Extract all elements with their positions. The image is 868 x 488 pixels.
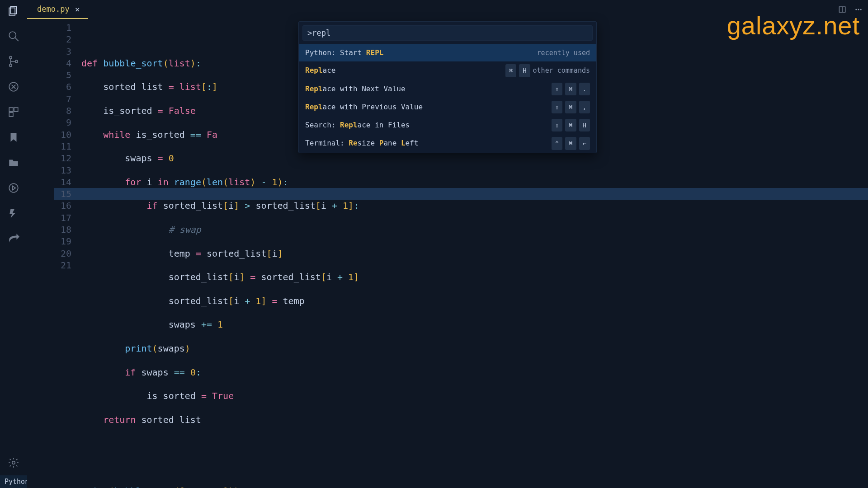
editor-area: demo.py × 123456789101112131415161718192…	[27, 0, 868, 475]
palette-row[interactable]: Python: Start REPLrecently used	[299, 44, 596, 61]
git-icon[interactable]	[7, 55, 20, 68]
project-icon[interactable]	[7, 182, 20, 194]
svg-marker-12	[13, 186, 16, 190]
tab-label: demo.py	[37, 5, 70, 14]
line-gutter: 123456789101112131415161718192021	[27, 19, 81, 488]
settings-icon[interactable]	[7, 456, 20, 469]
svg-rect-10	[9, 113, 13, 117]
palette-row[interactable]: Search: Replace in Files⇧⌘H	[299, 116, 596, 134]
palette-row[interactable]: Replace⌘Hother commands	[299, 61, 596, 80]
svg-point-16	[855, 9, 857, 10]
svg-point-5	[9, 64, 12, 66]
folder-icon[interactable]	[7, 156, 20, 169]
debug-icon[interactable]	[7, 80, 20, 93]
share-icon[interactable]	[7, 232, 20, 245]
svg-point-2	[9, 32, 16, 38]
palette-row[interactable]: Replace with Next Value⇧⌘.	[299, 80, 596, 98]
svg-rect-9	[14, 108, 18, 112]
svg-point-18	[860, 9, 862, 10]
svg-point-11	[9, 183, 18, 192]
tab-demo-py[interactable]: demo.py ×	[27, 0, 88, 19]
tab-close-icon[interactable]: ×	[75, 5, 80, 14]
svg-point-13	[12, 461, 15, 465]
command-palette-input[interactable]	[302, 25, 593, 41]
svg-rect-8	[9, 108, 13, 112]
watermark: galaxyz.net	[727, 11, 860, 40]
bookmark-icon[interactable]	[7, 131, 20, 144]
svg-point-17	[858, 9, 859, 10]
svg-line-3	[15, 38, 19, 41]
command-palette: Python: Start REPLrecently usedReplace⌘H…	[298, 21, 597, 153]
svg-point-6	[15, 60, 18, 62]
code-editor[interactable]: 123456789101112131415161718192021 def bu…	[27, 19, 868, 488]
spark-icon[interactable]	[7, 207, 20, 220]
files-icon[interactable]	[7, 5, 20, 17]
svg-point-4	[9, 56, 12, 59]
extensions-icon[interactable]	[7, 106, 20, 118]
search-icon[interactable]	[7, 30, 20, 42]
palette-row[interactable]: Terminal: Resize Pane Left⌃⌘←	[299, 134, 596, 152]
palette-row[interactable]: Replace with Previous Value⇧⌘,	[299, 98, 596, 116]
activity-bar	[0, 0, 27, 475]
